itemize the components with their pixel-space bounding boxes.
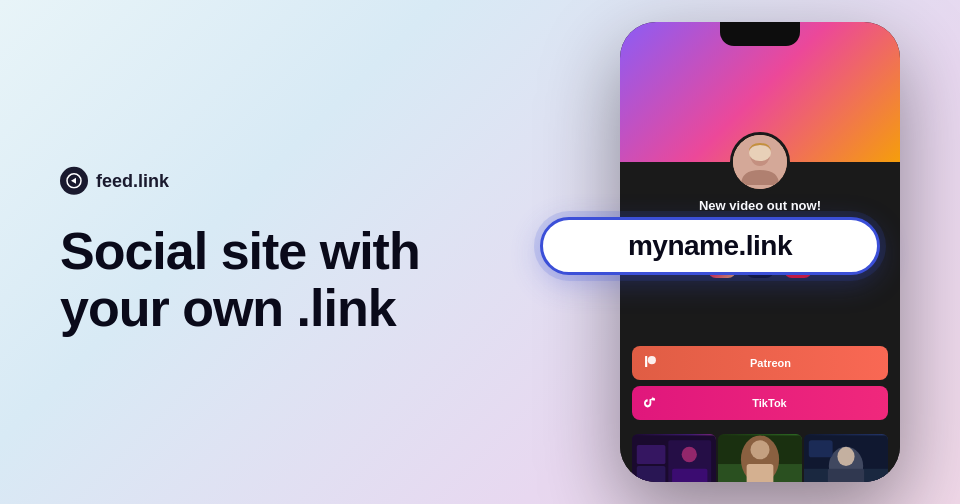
svg-rect-20 [747,464,774,482]
tiktok-btn-icon [644,395,655,411]
left-section: feed.link Social site with your own .lin… [60,167,440,337]
patreon-label: Patreon [665,357,876,369]
logo-icon [60,167,88,195]
phone-links: Patreon TikTok [620,338,900,434]
profile-name: New video out now! [698,198,822,213]
logo-text: feed.link [96,170,169,191]
avatar-inner [733,135,787,189]
photo-grid [620,434,900,482]
svg-point-3 [749,145,771,161]
tiktok-label: TikTok [663,397,876,409]
url-text: myname.link [628,230,792,262]
svg-rect-25 [828,469,864,482]
svg-rect-15 [672,469,707,482]
patreon-link-button[interactable]: Patreon [632,346,888,380]
svg-point-24 [837,447,854,466]
svg-rect-12 [637,466,666,482]
patreon-icon [644,355,657,371]
spacer [620,298,900,338]
avatar [730,132,790,192]
svg-point-8 [648,356,656,364]
phone-mockup: myname.link New v [580,22,900,482]
url-pill: myname.link [540,217,880,275]
photo-cell-streamer [804,434,888,482]
tiktok-link-button[interactable]: TikTok [632,386,888,420]
photo-cell-outdoor [718,434,802,482]
headline-line2: your own .link [60,280,440,337]
svg-rect-26 [809,440,833,457]
svg-rect-11 [637,445,666,464]
phone-notch [720,22,800,46]
svg-rect-9 [645,356,647,367]
headline-line1: Social site with [60,223,440,280]
headline: Social site with your own .link [60,223,440,337]
svg-point-14 [682,447,697,462]
logo-area: feed.link [60,167,440,195]
svg-point-19 [750,440,769,459]
photo-cell-gaming [632,434,716,482]
